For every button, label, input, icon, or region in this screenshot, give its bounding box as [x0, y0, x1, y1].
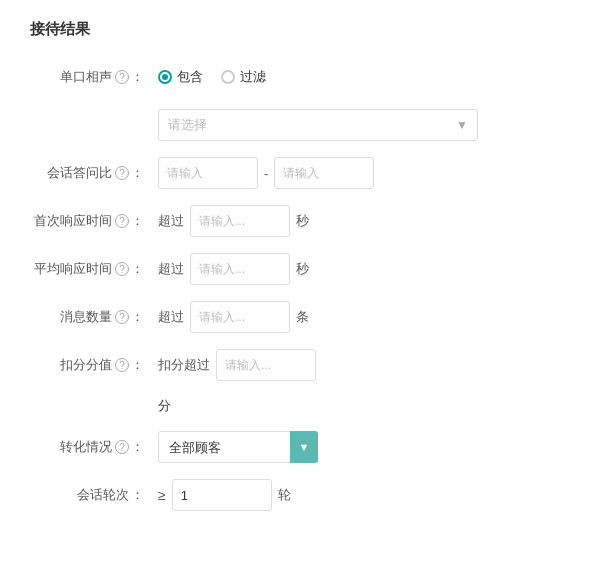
- qa-ratio-colon: ：: [131, 164, 144, 182]
- qa-ratio-max-input[interactable]: [274, 157, 374, 189]
- monologue-include-label: 包含: [177, 68, 203, 86]
- first-response-unit: 秒: [296, 212, 309, 230]
- avg-response-input[interactable]: [190, 253, 290, 285]
- message-count-label-area: 消息数量 ? ：: [30, 308, 150, 326]
- monologue-help-icon[interactable]: ?: [115, 70, 129, 84]
- session-turns-label: 会话轮次: [77, 486, 129, 504]
- avg-response-label-area: 平均响应时间 ? ：: [30, 260, 150, 278]
- first-response-label: 首次响应时间: [34, 212, 112, 230]
- conversion-help-icon[interactable]: ?: [115, 440, 129, 454]
- conversion-label: 转化情况: [60, 438, 112, 456]
- monologue-select[interactable]: [158, 109, 478, 141]
- monologue-filter-label: 过滤: [240, 68, 266, 86]
- session-turns-input[interactable]: [172, 479, 272, 511]
- avg-response-row: 平均响应时间 ? ： 超过 秒: [30, 253, 580, 285]
- deduct-score-row: 扣分分值 ? ： 扣分超过: [30, 349, 580, 381]
- qa-ratio-label-area: 会话答问比 ? ：: [30, 164, 150, 182]
- monologue-include-option[interactable]: 包含: [158, 68, 203, 86]
- deduct-score-label: 扣分分值: [60, 356, 112, 374]
- message-count-input[interactable]: [190, 301, 290, 333]
- first-response-prefix: 超过: [158, 212, 184, 230]
- session-turns-colon: ：: [131, 486, 144, 504]
- first-response-row: 首次响应时间 ? ： 超过 秒: [30, 205, 580, 237]
- session-turns-unit: 轮: [278, 486, 291, 504]
- first-response-help-icon[interactable]: ?: [115, 214, 129, 228]
- conversion-row: 转化情况 ? ： 全部顾客 已转化 未转化 ▼: [30, 431, 580, 463]
- deduct-score-unit: 分: [158, 397, 171, 415]
- message-count-unit: 条: [296, 308, 309, 326]
- deduct-score-help-icon[interactable]: ?: [115, 358, 129, 372]
- monologue-label: 单口相声: [60, 68, 112, 86]
- qa-ratio-dash: -: [264, 166, 268, 181]
- monologue-colon: ：: [131, 68, 144, 86]
- message-count-help-icon[interactable]: ?: [115, 310, 129, 324]
- message-count-row: 消息数量 ? ： 超过 条: [30, 301, 580, 333]
- message-count-label: 消息数量: [60, 308, 112, 326]
- message-count-prefix: 超过: [158, 308, 184, 326]
- session-turns-row: 会话轮次 ： ≥ 轮: [30, 479, 580, 511]
- qa-ratio-row: 会话答问比 ? ： -: [30, 157, 580, 189]
- deduct-score-input[interactable]: [216, 349, 316, 381]
- first-response-colon: ：: [131, 212, 144, 230]
- page-title: 接待结果: [30, 20, 580, 39]
- message-count-colon: ：: [131, 308, 144, 326]
- monologue-row: 单口相声 ? ： 包含 过滤: [30, 61, 580, 93]
- conversion-select[interactable]: 全部顾客 已转化 未转化: [158, 431, 318, 463]
- monologue-filter-radio[interactable]: [221, 70, 235, 84]
- monologue-dropdown-row: ▼ 请选择: [158, 109, 580, 141]
- conversion-label-area: 转化情况 ? ：: [30, 438, 150, 456]
- monologue-label-area: 单口相声 ? ：: [30, 68, 150, 86]
- first-response-input[interactable]: [190, 205, 290, 237]
- avg-response-label: 平均响应时间: [34, 260, 112, 278]
- monologue-include-radio[interactable]: [158, 70, 172, 84]
- avg-response-prefix: 超过: [158, 260, 184, 278]
- first-response-label-area: 首次响应时间 ? ：: [30, 212, 150, 230]
- qa-ratio-min-input[interactable]: [158, 157, 258, 189]
- qa-ratio-help-icon[interactable]: ?: [115, 166, 129, 180]
- deduct-score-unit-row: 分: [158, 397, 580, 415]
- monologue-radio-group: 包含 过滤: [158, 68, 266, 86]
- avg-response-unit: 秒: [296, 260, 309, 278]
- conversion-select-wrapper: 全部顾客 已转化 未转化 ▼: [158, 431, 318, 463]
- deduct-score-prefix: 扣分超过: [158, 356, 210, 374]
- avg-response-help-icon[interactable]: ?: [115, 262, 129, 276]
- conversion-colon: ：: [131, 438, 144, 456]
- monologue-filter-option[interactable]: 过滤: [221, 68, 266, 86]
- monologue-select-wrapper: ▼ 请选择: [158, 109, 478, 141]
- avg-response-colon: ：: [131, 260, 144, 278]
- session-turns-label-area: 会话轮次 ：: [30, 486, 150, 504]
- deduct-score-label-area: 扣分分值 ? ：: [30, 356, 150, 374]
- qa-ratio-label: 会话答问比: [47, 164, 112, 182]
- deduct-score-colon: ：: [131, 356, 144, 374]
- session-turns-gte-symbol: ≥: [158, 487, 166, 503]
